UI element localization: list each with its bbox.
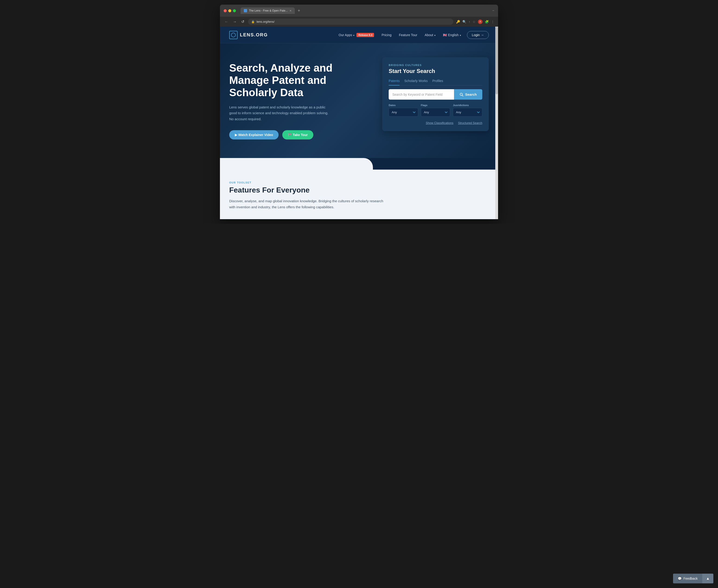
avatar-icon[interactable]: A — [478, 19, 483, 24]
release-badge: Release 8.3 — [356, 33, 374, 37]
features-title: Features For Everyone — [229, 186, 489, 194]
search-tabs: Patents Scholarly Works Profiles — [389, 79, 482, 85]
jurisdictions-select[interactable]: Any — [453, 108, 482, 117]
flags-filter: Flags Any — [421, 104, 450, 117]
logo-icon — [229, 31, 238, 39]
tab-title: The Lens - Free & Open Pate... — [249, 9, 288, 12]
feature-tour-link[interactable]: Feature Tour — [396, 31, 420, 39]
about-link[interactable]: About — [421, 31, 439, 39]
features-description: Discover, analyse, and map global innova… — [229, 198, 387, 210]
tab-patents[interactable]: Patents — [389, 79, 399, 85]
logo-text: LENS.ORG — [240, 32, 268, 38]
wave-shape — [220, 158, 373, 170]
tab-bar-minimize[interactable]: − — [492, 8, 494, 13]
reload-button[interactable]: ↺ — [240, 19, 245, 25]
browser-content: LENS.ORG Our Apps Release 8.3 Pricing Fe… — [220, 27, 498, 219]
new-tab-button[interactable]: + — [296, 8, 302, 13]
features-subtitle: OUR TOOLSET — [229, 181, 489, 184]
search-card: BRIDGING CULTURES Start Your Search Pate… — [382, 57, 489, 131]
bookmark-icon[interactable]: ☆ — [473, 20, 476, 24]
tab-profiles[interactable]: Profiles — [432, 79, 443, 85]
show-classifications-link[interactable]: Show Classifications — [426, 121, 453, 125]
close-window-btn[interactable] — [224, 9, 227, 12]
menu-icon[interactable]: ⋮ — [491, 20, 494, 24]
ssl-lock-icon: 🔒 — [251, 20, 255, 23]
tab-close-icon[interactable]: ✕ — [289, 9, 291, 12]
dates-select[interactable]: Any — [389, 108, 418, 117]
hero-left: Search, Analyze and Manage Patent and Sc… — [229, 57, 368, 140]
maximize-window-btn[interactable] — [233, 9, 236, 12]
hero-title: Search, Analyze and Manage Patent and Sc… — [229, 62, 368, 99]
jurisdictions-filter: Jusridictions Any — [453, 104, 482, 117]
english-chevron-icon — [460, 33, 461, 37]
structured-search-link[interactable]: Structured Search — [458, 121, 482, 125]
minimize-window-btn[interactable] — [228, 9, 231, 12]
active-tab[interactable]: The Lens - Free & Open Pate... ✕ — [241, 7, 295, 14]
flags-select[interactable]: Any — [421, 108, 450, 117]
hero-section: Search, Analyze and Manage Patent and Sc… — [220, 43, 498, 158]
about-chevron-icon — [434, 33, 435, 37]
forward-button[interactable]: → — [232, 19, 238, 25]
flags-label: Flags — [421, 104, 450, 107]
wave-transition — [220, 158, 498, 170]
search-input-row: Search — [389, 89, 482, 100]
login-button[interactable]: Login → — [467, 31, 489, 39]
browser-action-icons: 🔑 🔍 ↑ ☆ A 🧩 ⋮ — [456, 19, 494, 24]
hero-description: Lens serves global patent and scholarly … — [229, 104, 331, 122]
scrollbar-track[interactable] — [495, 27, 498, 219]
dates-label: Dates — [389, 104, 418, 107]
take-tour-button[interactable]: 🏁 Take Tour — [282, 130, 313, 140]
logo[interactable]: LENS.ORG — [229, 31, 268, 39]
search-card-title: Start Your Search — [389, 68, 482, 75]
svg-line-1 — [462, 95, 463, 96]
browser-titlebar: The Lens - Free & Open Pate... ✕ + − — [220, 5, 498, 17]
back-button[interactable]: ← — [224, 19, 229, 25]
browser-tabs: The Lens - Free & Open Pate... ✕ + − — [241, 7, 494, 14]
our-apps-chevron-icon — [353, 33, 354, 37]
search-input[interactable] — [389, 89, 454, 100]
search-button[interactable]: Search — [454, 89, 482, 100]
hero-buttons: ▶ Watch Explainer Video 🏁 Take Tour — [229, 130, 368, 140]
tab-scholarly-works[interactable]: Scholarly Works — [404, 79, 428, 85]
filters-row: Dates Any Flags Any Jusridic — [389, 104, 482, 117]
tab-favicon — [244, 9, 247, 12]
features-section: OUR TOOLSET Features For Everyone Discov… — [220, 170, 498, 219]
dates-filter: Dates Any — [389, 104, 418, 117]
url-display: lens.org/lens/ — [257, 20, 274, 23]
pricing-link[interactable]: Pricing — [378, 31, 395, 39]
watch-video-button[interactable]: ▶ Watch Explainer Video — [229, 130, 279, 140]
search-card-subtitle: BRIDGING CULTURES — [389, 64, 482, 66]
address-bar[interactable]: 🔒 lens.org/lens/ — [248, 19, 453, 25]
english-link[interactable]: 🇬🇧 English — [440, 31, 464, 39]
key-icon[interactable]: 🔑 — [456, 20, 460, 24]
site-navigation: LENS.ORG Our Apps Release 8.3 Pricing Fe… — [220, 27, 498, 43]
scrollbar-thumb[interactable] — [495, 27, 498, 94]
search-links: Show Classifications Structured Search — [389, 121, 482, 125]
our-apps-link[interactable]: Our Apps Release 8.3 — [335, 31, 377, 39]
zoom-icon[interactable]: 🔍 — [463, 20, 466, 24]
nav-links: Our Apps Release 8.3 Pricing Feature Tou… — [335, 31, 464, 39]
extensions-icon[interactable]: 🧩 — [485, 20, 489, 24]
jurisdictions-label: Jusridictions — [453, 104, 482, 107]
share-icon[interactable]: ↑ — [469, 20, 470, 24]
address-bar-row: ← → ↺ 🔒 lens.org/lens/ 🔑 🔍 ↑ ☆ A 🧩 ⋮ — [220, 17, 498, 27]
window-controls — [224, 9, 236, 12]
search-icon — [459, 93, 463, 97]
